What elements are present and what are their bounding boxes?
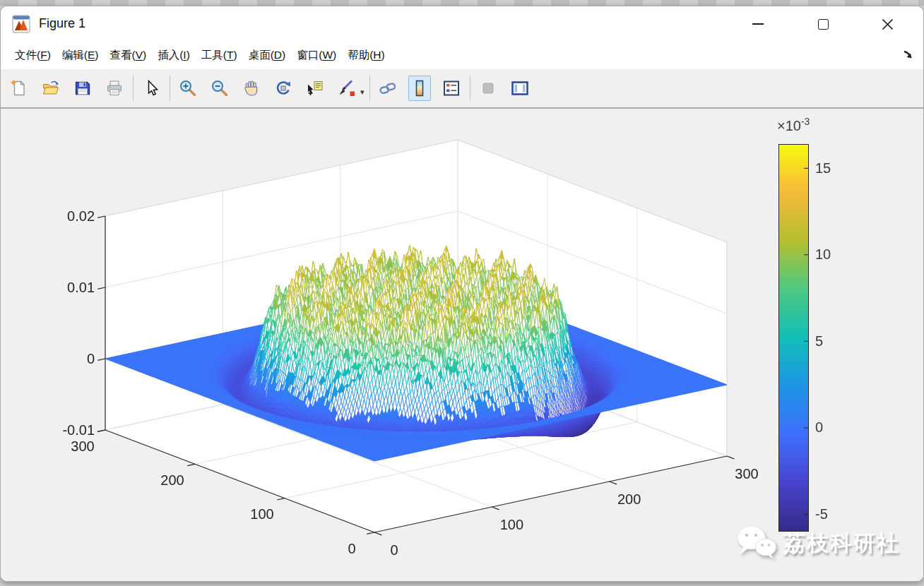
close-icon: [882, 18, 894, 30]
zoom-in-icon: [179, 79, 197, 97]
menu-item-tools[interactable]: 工具(T): [196, 45, 243, 66]
colorbar-canvas[interactable]: [773, 138, 858, 548]
menu-bar: 文件(F) 编辑(E) 查看(V) 插入(I) 工具(T) 桌面(D) 窗口(W…: [1, 42, 923, 69]
watermark-text: 荔枝科研社: [783, 529, 900, 558]
edit-plot-button[interactable]: [140, 76, 162, 101]
new-figure-button[interactable]: [8, 76, 30, 101]
insert-colorbar-button[interactable]: [408, 76, 431, 101]
save-icon: [73, 79, 92, 97]
brush-data-button[interactable]: [336, 76, 358, 101]
brush-dropdown-caret-icon[interactable]: ▾: [360, 88, 365, 97]
matlab-app-icon: [12, 15, 30, 33]
toolbar-separator: [133, 76, 134, 101]
watermark: 荔枝科研社: [737, 525, 900, 562]
print-figure-button[interactable]: [103, 76, 126, 101]
background-window-strip: [0, 0, 924, 6]
menu-item-window[interactable]: 窗口(W): [291, 45, 342, 66]
zoom-out-icon: [211, 79, 229, 97]
figure-canvas-area: ×10-3 荔枝科研社: [1, 109, 923, 581]
data-cursor-button[interactable]: [304, 76, 326, 101]
minimize-button[interactable]: [747, 13, 769, 35]
insert-legend-button[interactable]: [440, 76, 463, 101]
hide-plot-tools-button: [477, 76, 499, 101]
rotate-3d-icon: [274, 79, 292, 97]
menu-item-help[interactable]: 帮助(H): [342, 45, 391, 66]
cursor-arrow-icon: [142, 79, 160, 97]
colorbar-icon: [410, 79, 429, 97]
toolbar-separator: [470, 76, 470, 101]
open-file-button[interactable]: [40, 76, 62, 101]
open-folder-icon: [42, 79, 60, 97]
print-icon: [105, 79, 124, 97]
figure-toolbar: ▾: [1, 69, 923, 109]
pan-button[interactable]: [240, 76, 263, 101]
menu-item-desktop[interactable]: 桌面(D): [243, 45, 292, 66]
menu-item-file[interactable]: 文件(F): [9, 45, 57, 66]
show-plot-tools-icon: [511, 79, 529, 97]
rotate-3d-button[interactable]: [272, 76, 295, 101]
hide-plot-tools-icon: [479, 79, 497, 97]
maximize-button[interactable]: [812, 13, 834, 35]
menu-item-edit[interactable]: 编辑(E): [57, 45, 105, 66]
zoom-out-button[interactable]: [208, 76, 231, 101]
wechat-icon: [737, 525, 778, 562]
colorbar-exponent-power: -3: [801, 116, 810, 127]
dock-figure-arrow-icon[interactable]: [902, 49, 913, 60]
show-plot-tools-button[interactable]: [509, 76, 531, 101]
window-title: Figure 1: [39, 16, 85, 31]
minimize-icon: [752, 23, 764, 25]
menu-item-view[interactable]: 查看(V): [105, 45, 153, 66]
toolbar-separator: [369, 76, 370, 101]
menu-item-insert[interactable]: 插入(I): [152, 45, 196, 66]
legend-icon: [442, 79, 461, 97]
maximize-icon: [818, 19, 829, 30]
link-plot-button[interactable]: [377, 76, 399, 101]
pan-hand-icon: [242, 79, 261, 97]
title-bar: Figure 1: [1, 6, 923, 42]
brush-icon: [338, 79, 356, 97]
colorbar-exponent-label: ×10-3: [777, 116, 810, 134]
new-figure-icon: [10, 79, 28, 97]
save-figure-button[interactable]: [71, 76, 94, 101]
zoom-in-button[interactable]: [177, 76, 199, 101]
close-button[interactable]: [876, 13, 899, 35]
colorbar-exponent-base: ×10: [777, 118, 801, 133]
link-icon: [379, 79, 397, 97]
data-cursor-icon: [306, 79, 324, 97]
toolbar-separator: [170, 76, 170, 101]
matlab-figure-window: Figure 1 文件(F) 编辑(E) 查看(V) 插入(I) 工具(T) 桌…: [0, 6, 924, 582]
